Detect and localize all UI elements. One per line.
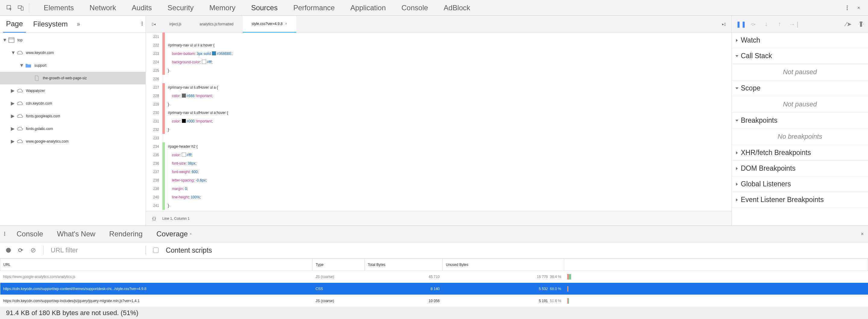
- close-drawer-icon[interactable]: [861, 232, 864, 236]
- drawer-menu-icon[interactable]: [4, 232, 5, 237]
- close-devtools-icon[interactable]: [854, 3, 863, 12]
- step-over-icon[interactable]: ⤼: [749, 21, 756, 28]
- folder-icon: [25, 62, 32, 68]
- panel-audits[interactable]: Audits: [124, 0, 160, 16]
- file-tree[interactable]: ▼top▼www.keycdn.com▼supportthe-growth-of…: [0, 33, 146, 226]
- editor-tab[interactable]: style.css?ver=4.9.8×: [243, 16, 296, 33]
- coverage-toolbar: ⟳ ⊘ URL filter Content scripts: [0, 242, 868, 258]
- drawer-tab-rendering[interactable]: Rendering: [104, 226, 148, 242]
- svg-rect-2: [21, 7, 23, 10]
- clear-icon[interactable]: ⊘: [30, 246, 36, 254]
- drawer-tab-coverage[interactable]: Coverage ×: [151, 226, 197, 242]
- tree-item[interactable]: ▼support: [0, 59, 146, 72]
- drawer: ConsoleWhat's NewRenderingCoverage × ⟳ ⊘…: [0, 226, 868, 307]
- panel-console[interactable]: Console: [394, 0, 436, 16]
- editor-status-bar: {} Line 1, Column 1: [146, 211, 732, 226]
- url-filter-input[interactable]: URL filter: [51, 246, 78, 254]
- debugger-section-dom-breakpoints[interactable]: DOM Breakpoints: [732, 161, 868, 176]
- tree-item[interactable]: ▶Wappalyzer: [0, 84, 146, 97]
- editor-tab[interactable]: inject.js: [160, 16, 190, 33]
- close-tab-icon[interactable]: ×: [285, 22, 287, 26]
- navigator-more-icon[interactable]: »: [75, 21, 82, 27]
- deactivate-breakpoints-icon[interactable]: ⁄➤: [845, 21, 852, 28]
- panel-memory[interactable]: Memory: [201, 0, 243, 16]
- debugger-section-breakpoints[interactable]: Breakpoints: [732, 113, 868, 128]
- panel-performance[interactable]: Performance: [285, 0, 342, 16]
- tree-item[interactable]: ▼www.keycdn.com: [0, 47, 146, 59]
- step-icon[interactable]: →❘: [789, 21, 796, 28]
- toggle-navigator-icon[interactable]: ▯◂: [149, 22, 158, 26]
- step-into-icon[interactable]: ↓: [763, 21, 770, 27]
- pause-icon[interactable]: ❚❚: [736, 21, 743, 28]
- navigator-menu-icon[interactable]: [142, 21, 143, 27]
- step-out-icon[interactable]: ↑: [776, 21, 783, 27]
- cursor-position: Line 1, Column 1: [162, 216, 190, 221]
- coverage-row[interactable]: https://www.google-analytics.com/analyti…: [0, 271, 868, 283]
- panel-adblock[interactable]: AdBlock: [436, 0, 478, 16]
- cloud-icon: [16, 100, 24, 107]
- tab-page[interactable]: Page: [3, 16, 26, 33]
- debugger-section-global-listeners[interactable]: Global Listeners: [732, 176, 868, 192]
- editor-tab[interactable]: analytics.js:formatted: [190, 16, 243, 33]
- editor-tabs: ▯◂ inject.jsanalytics.js:formattedstyle.…: [146, 16, 732, 33]
- drawer-tab-what-s-new[interactable]: What's New: [52, 226, 101, 242]
- devtools-main-tabs: ElementsNetworkAuditsSecurityMemorySourc…: [0, 0, 868, 16]
- coverage-summary: 91.4 KB of 180 KB bytes are not used. (5…: [0, 307, 868, 319]
- debugger-sidebar: ❚❚ ⤼ ↓ ↑ →❘ ⁄➤ ❚❚ WatchCall StackNot pau…: [732, 16, 868, 226]
- cloud-icon: [16, 138, 24, 144]
- debugger-section-xhr-fetch-breakpoints[interactable]: XHR/fetch Breakpoints: [732, 145, 868, 161]
- record-icon[interactable]: [6, 248, 11, 253]
- content-scripts-checkbox[interactable]: [153, 248, 158, 253]
- navigator-tabs: Page Filesystem »: [0, 16, 146, 33]
- panel-sources[interactable]: Sources: [243, 0, 285, 16]
- tree-item[interactable]: ▶cdn.keycdn.com: [0, 97, 146, 110]
- debugger-section-call-stack[interactable]: Call Stack: [732, 48, 868, 64]
- panel-security[interactable]: Security: [160, 0, 202, 16]
- code-editor[interactable]: 2212222232242252262272282292302312322332…: [146, 33, 732, 211]
- cloud-icon: [16, 88, 24, 94]
- tree-item[interactable]: the-growth-of-web-page-siz: [0, 72, 146, 84]
- reload-icon[interactable]: ⟳: [18, 246, 23, 254]
- panel-network[interactable]: Network: [82, 0, 124, 16]
- tree-item[interactable]: ▼top: [0, 34, 146, 47]
- pretty-print-icon[interactable]: {}: [152, 216, 156, 221]
- close-tab-icon[interactable]: ×: [190, 232, 192, 236]
- frame-icon: [8, 37, 15, 43]
- panel-application[interactable]: Application: [343, 0, 394, 16]
- file-icon: [33, 75, 40, 81]
- tree-item[interactable]: ▶www.google-analytics.com: [0, 135, 146, 148]
- cloud-icon: [16, 50, 24, 56]
- debugger-section-scope[interactable]: Scope: [732, 81, 868, 96]
- svg-rect-3: [9, 38, 14, 42]
- inspect-icon[interactable]: [5, 3, 14, 12]
- tree-item[interactable]: ▶fonts.gstatic.com: [0, 122, 146, 135]
- tree-item[interactable]: ▶fonts.googleapis.com: [0, 110, 146, 122]
- coverage-row[interactable]: https://cdn.keycdn.com/support/wp-conten…: [0, 283, 868, 295]
- cloud-icon: [16, 126, 24, 132]
- content-scripts-label: Content scripts: [166, 246, 212, 255]
- toggle-debugger-icon[interactable]: ▸▯: [719, 22, 728, 26]
- coverage-row[interactable]: https://cdn.keycdn.com/support/wp-includ…: [0, 295, 868, 307]
- coverage-table[interactable]: URLTypeTotal BytesUnused Bytes https://w…: [0, 258, 868, 307]
- pause-exceptions-icon[interactable]: ❚❚: [858, 21, 864, 27]
- device-toggle-icon[interactable]: [16, 3, 25, 12]
- debugger-section-watch[interactable]: Watch: [732, 33, 868, 48]
- drawer-tab-console[interactable]: Console: [11, 226, 49, 242]
- tab-filesystem[interactable]: Filesystem: [30, 16, 71, 33]
- cloud-icon: [16, 113, 24, 119]
- panel-elements[interactable]: Elements: [36, 0, 82, 16]
- more-menu-icon[interactable]: [843, 3, 852, 12]
- debugger-section-event-listener-breakpoints[interactable]: Event Listener Breakpoints: [732, 192, 868, 208]
